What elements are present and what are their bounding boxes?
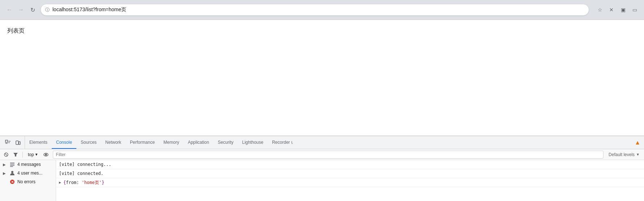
tab-recorder[interactable]: Recorder ⍳ <box>268 136 297 149</box>
console-content-area: ▶ 4 messages ▶ 4 user mes... ▶ <box>0 160 644 201</box>
bookmark-button[interactable]: ☆ <box>595 5 605 15</box>
svg-marker-8 <box>13 153 18 156</box>
tab-sources[interactable]: Sources <box>76 136 101 149</box>
page-title: 列表页 <box>7 28 25 34</box>
extension-puzzle-button[interactable]: ▣ <box>618 5 628 15</box>
inspect-element-button[interactable] <box>4 138 12 147</box>
sidebar-messages-label: 4 messages <box>17 162 41 167</box>
expand-arrow-3[interactable]: ▶ <box>59 180 61 184</box>
console-layout: ▶ 4 messages ▶ 4 user mes... ▶ <box>0 160 644 201</box>
tab-memory[interactable]: Memory <box>159 136 183 149</box>
back-button[interactable]: ← <box>4 5 14 15</box>
svg-rect-5 <box>19 142 20 145</box>
extension-x-button[interactable]: ✕ <box>606 5 617 15</box>
sidebar-item-errors[interactable]: ▶ ✕ No errors <box>0 177 56 186</box>
svg-rect-14 <box>10 166 13 167</box>
browser-toolbar-icons: ☆ ✕ ▣ ▭ <box>595 5 640 15</box>
address-bar-container: ⓘ <box>41 4 589 16</box>
info-icon: ⓘ <box>45 7 50 13</box>
expand-icon-messages: ▶ <box>3 163 7 167</box>
sidebar-item-messages[interactable]: ▶ 4 messages <box>0 160 56 169</box>
svg-rect-0 <box>5 140 8 142</box>
device-toggle-button[interactable] <box>14 138 22 147</box>
message-text-1: [vite] connecting... <box>59 161 641 168</box>
msg-brace-close: } <box>102 180 104 185</box>
tab-elements[interactable]: Elements <box>25 136 52 149</box>
reload-button[interactable]: ↻ <box>27 5 38 15</box>
tab-application[interactable]: Application <box>183 136 213 149</box>
filter-input-container <box>53 151 603 159</box>
svg-rect-12 <box>10 164 14 165</box>
chevron-down-icon: ▼ <box>35 152 38 156</box>
console-message-1: [vite] connecting... <box>56 160 644 169</box>
devtools-icon-group <box>1 136 25 149</box>
address-input[interactable] <box>52 7 584 13</box>
tab-security[interactable]: Security <box>213 136 238 149</box>
expand-icon-user: ▶ <box>3 171 7 175</box>
forward-button[interactable]: → <box>16 5 26 15</box>
svg-point-15 <box>11 171 13 173</box>
svg-rect-13 <box>10 165 14 166</box>
message-text-3: {from: 'home页'} <box>63 179 641 186</box>
tab-performance[interactable]: Performance <box>126 136 159 149</box>
console-message-3[interactable]: ▶ {from: 'home页'} <box>56 178 644 187</box>
devtools-tabs-bar: Elements Console Sources Network Perform… <box>0 136 644 149</box>
default-levels-dropdown[interactable]: Default levels ▼ <box>606 151 642 158</box>
tab-console[interactable]: Console <box>52 136 76 149</box>
message-text-2: [vite] connected. <box>59 170 641 177</box>
sidebar-item-user-messages[interactable]: ▶ 4 user mes... <box>0 169 56 177</box>
tab-network[interactable]: Network <box>101 136 126 149</box>
recorder-icon: ⍳ <box>291 140 293 145</box>
devtools-panel: Elements Console Sources Network Perform… <box>0 136 644 201</box>
browser-chrome: ← → ↻ ⓘ ☆ ✕ ▣ ▭ <box>0 0 644 20</box>
console-message-2: [vite] connected. <box>56 169 644 178</box>
svg-rect-4 <box>16 141 18 145</box>
page-content: 列表页 <box>0 20 644 136</box>
msg-key: from <box>66 180 76 185</box>
filter-toggle-button[interactable] <box>12 151 20 159</box>
devtools-tab-end: ▲ <box>635 139 643 146</box>
devtools-console-toolbar: top ▼ Default levels ▼ <box>0 149 644 160</box>
sidebar-errors-label: No errors <box>17 179 35 184</box>
clear-console-button[interactable] <box>2 151 10 159</box>
msg-value: 'home页' <box>82 180 102 185</box>
svg-point-10 <box>45 154 47 155</box>
svg-text:✕: ✕ <box>11 180 14 184</box>
svg-line-7 <box>5 154 7 156</box>
sidebar-user-label: 4 user mes... <box>17 171 42 176</box>
tab-lighthouse[interactable]: Lighthouse <box>238 136 268 149</box>
error-icon: ✕ <box>9 179 15 185</box>
console-messages-panel: [vite] connecting... [vite] connected. ▶… <box>56 160 644 201</box>
warning-icon: ▲ <box>635 139 640 146</box>
eye-button[interactable] <box>42 151 50 159</box>
svg-rect-11 <box>10 163 14 163</box>
msg-colon: : <box>76 180 81 185</box>
console-sidebar-panel: ▶ 4 messages ▶ 4 user mes... ▶ <box>0 160 56 201</box>
extensions-button[interactable]: ▭ <box>630 5 640 15</box>
nav-buttons: ← → ↻ <box>4 5 38 15</box>
filter-input[interactable] <box>56 152 600 157</box>
chevron-down-icon-levels: ▼ <box>636 152 640 156</box>
user-icon <box>9 170 15 176</box>
list-icon <box>9 162 15 167</box>
separator-1 <box>22 152 23 158</box>
context-selector[interactable]: top ▼ <box>26 151 41 158</box>
